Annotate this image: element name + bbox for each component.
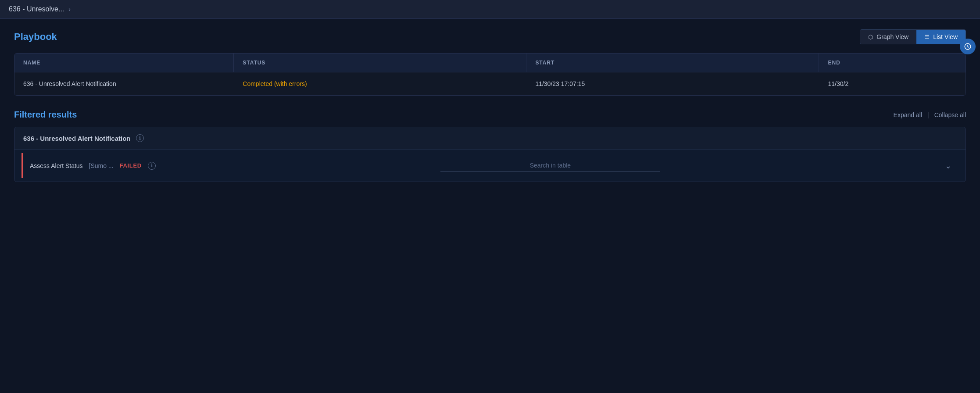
playbook-item-name: 636 - Unresolved Alert Notification: [23, 135, 131, 142]
task-name: Assess Alert Status: [30, 162, 83, 169]
search-container: [162, 159, 939, 172]
row-status: Completed (with errors): [234, 72, 526, 95]
task-info-icon[interactable]: ℹ: [148, 162, 156, 170]
list-view-icon: ☰: [924, 34, 930, 40]
task-status-badge: FAILED: [120, 162, 142, 169]
task-row: Assess Alert Status [Sumo ... FAILED ℹ ⌄: [21, 153, 959, 178]
col-header-start: START: [526, 54, 819, 72]
graph-view-icon: ⬡: [868, 34, 873, 40]
filtered-results-container: 636 - Unresolved Alert Notification ℹ As…: [14, 127, 966, 182]
filtered-header-row: Filtered results Expand all | Collapse a…: [14, 110, 966, 120]
row-name: 636 - Unresolved Alert Notification: [14, 72, 234, 95]
breadcrumb-bar: 636 - Unresolve... ›: [0, 0, 980, 19]
breadcrumb-chevron-icon: ›: [68, 6, 71, 13]
row-start: 11/30/23 17:07:15: [526, 72, 819, 95]
table-row: 636 - Unresolved Alert Notification Comp…: [14, 72, 966, 95]
breadcrumb-title[interactable]: 636 - Unresolve...: [9, 5, 64, 13]
task-subtext: [Sumo ...: [89, 162, 114, 169]
expand-collapse-controls: Expand all | Collapse all: [894, 111, 966, 118]
row-end: 11/30/2: [819, 72, 966, 95]
list-view-button[interactable]: ☰ List View: [916, 30, 966, 44]
view-toggle: ⬡ Graph View ☰ List View: [860, 29, 966, 44]
chevron-down-icon[interactable]: ⌄: [945, 161, 951, 171]
table-header-row: NAME STATUS START END: [14, 54, 966, 72]
playbook-item-info-icon[interactable]: ℹ: [136, 134, 144, 142]
graph-view-label: Graph View: [876, 33, 908, 40]
col-header-end: END: [819, 54, 966, 72]
controls-divider: |: [927, 111, 929, 118]
search-input-wrapper: [440, 159, 660, 172]
col-header-status: STATUS: [234, 54, 526, 72]
main-content: Playbook ⬡ Graph View ☰ List View NAME S…: [0, 19, 980, 193]
clock-icon[interactable]: [960, 39, 976, 54]
col-header-name: NAME: [14, 54, 234, 72]
task-wrapper: Assess Alert Status [Sumo ... FAILED ℹ ⌄: [14, 150, 966, 182]
playbook-header-row: Playbook ⬡ Graph View ☰ List View: [14, 29, 966, 44]
playbook-table: NAME STATUS START END 636 - Unresolved A…: [14, 53, 966, 96]
graph-view-button[interactable]: ⬡ Graph View: [860, 30, 916, 44]
expand-all-button[interactable]: Expand all: [894, 111, 922, 118]
playbook-title: Playbook: [14, 31, 57, 43]
list-view-label: List View: [933, 33, 958, 40]
search-input[interactable]: [440, 159, 660, 172]
filtered-title: Filtered results: [14, 110, 77, 120]
collapse-all-button[interactable]: Collapse all: [934, 111, 966, 118]
filtered-results-section: Filtered results Expand all | Collapse a…: [14, 110, 966, 182]
playbook-item-header: 636 - Unresolved Alert Notification ℹ: [14, 127, 966, 150]
